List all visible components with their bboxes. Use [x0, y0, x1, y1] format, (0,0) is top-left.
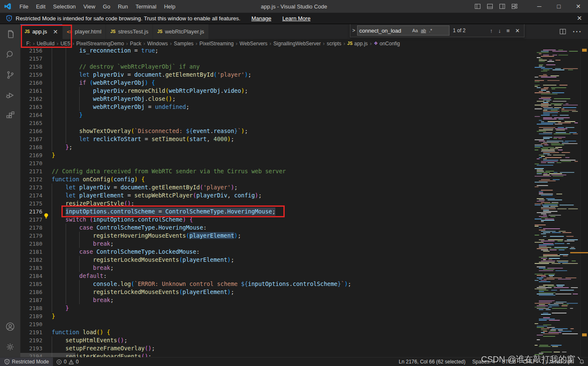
line-number[interactable]: 2190 [20, 321, 42, 327]
line-number[interactable]: 2166 [20, 128, 42, 134]
learn-more-link[interactable]: Learn More [282, 15, 310, 22]
menu-go[interactable]: Go [99, 0, 114, 13]
menu-terminal[interactable]: Terminal [132, 0, 160, 13]
code-line-2187[interactable]: 2187break; [20, 296, 533, 304]
line-number[interactable]: 2159 [20, 72, 42, 78]
breadcrumb-item-windows[interactable]: Windows [147, 41, 168, 47]
tab-player-html[interactable]: <>player.html [63, 24, 106, 39]
code-line-2167[interactable]: 2167let reclickToStart = setTimeout(star… [20, 135, 533, 143]
whole-word-icon[interactable]: ab [421, 28, 426, 33]
tab-stresstest-js[interactable]: JSstressTest.js [106, 24, 153, 39]
line-number[interactable]: 2184 [20, 273, 42, 279]
line-number[interactable]: 2185 [20, 281, 42, 287]
menu-view[interactable]: View [80, 0, 99, 13]
line-number[interactable]: 2160 [20, 80, 42, 86]
banner-close-icon[interactable]: ✕ [577, 14, 582, 22]
code-line-2184[interactable]: 2184default: [20, 272, 533, 280]
customize-layout-icon[interactable] [511, 3, 518, 9]
code-line-2190[interactable]: 2190 [20, 320, 533, 328]
breadcrumb-item-uebuild[interactable]: UeBuild [37, 41, 55, 47]
settings-gear-icon[interactable] [0, 337, 20, 357]
line-number[interactable]: 2191 [20, 329, 42, 336]
line-number[interactable]: 2181 [20, 249, 42, 255]
search-icon[interactable] [0, 44, 20, 65]
indentation-status[interactable]: Spaces: 4 [469, 358, 498, 366]
line-number[interactable]: 2171 [20, 168, 42, 175]
line-number[interactable]: 2182 [20, 257, 42, 263]
line-number[interactable]: 2173 [20, 184, 42, 191]
line-number[interactable]: 2192 [20, 337, 42, 344]
breadcrumb-item-webservers[interactable]: WebServers [240, 41, 268, 47]
account-icon[interactable] [0, 316, 20, 337]
run-debug-icon[interactable] [0, 85, 20, 105]
line-number[interactable]: 2169 [20, 152, 42, 158]
line-number[interactable]: 2162 [20, 96, 42, 102]
code-line-2173[interactable]: 2173let playerDiv = document.getElementB… [20, 183, 533, 191]
code-line-2164[interactable]: 2164} [20, 111, 533, 119]
line-number[interactable]: 2168 [20, 144, 42, 150]
code-line-2166[interactable]: 2166showTextOverlay(`Disconnected: ${eve… [20, 127, 533, 135]
code-line-2168[interactable]: 2168}; [20, 143, 533, 151]
breadcrumb-item-signallingwebserver[interactable]: SignallingWebServer [273, 41, 321, 47]
line-number[interactable]: 2172 [20, 176, 42, 183]
line-number[interactable]: 2167 [20, 136, 42, 142]
more-actions-icon[interactable]: ··· [573, 28, 582, 36]
find-previous-icon[interactable]: ↑ [490, 28, 493, 34]
code-line-2169[interactable]: 2169} [20, 151, 533, 159]
code-line-2191[interactable]: 2191function load() { [20, 328, 533, 336]
menu-edit[interactable]: Edit [32, 0, 49, 13]
eol-status[interactable]: CRLF [519, 358, 539, 366]
regex-icon[interactable]: .* [429, 28, 432, 33]
line-number[interactable]: 2186 [20, 289, 42, 295]
code-line-2185[interactable]: 2185console.log(`ERROR: Unknown control … [20, 280, 533, 288]
tab-webrtcplayer-js[interactable]: JSwebRtcPlayer.js [153, 24, 209, 39]
line-number[interactable]: 2180 [20, 241, 42, 247]
lightbulb-icon[interactable] [43, 213, 49, 219]
tab-app-js[interactable]: JSapp.js✕ [20, 24, 63, 39]
code-line-2170[interactable]: 2170 [20, 159, 533, 167]
source-control-icon[interactable] [0, 65, 20, 85]
code-editor[interactable]: 2156is_reconnection = true;21572158// de… [20, 48, 533, 357]
menu-selection[interactable]: Selection [49, 0, 79, 13]
code-line-2174[interactable]: 2174let playerElement = setupWebRtcPlaye… [20, 191, 533, 200]
line-number[interactable]: 2165 [20, 120, 42, 126]
line-number[interactable]: 2158 [20, 64, 42, 70]
code-line-2175[interactable]: 2175resizePlayerStyle(); [20, 200, 533, 208]
line-number[interactable]: 2156 [20, 48, 42, 54]
maximize-button[interactable]: □ [549, 0, 569, 13]
code-line-2171[interactable]: 2171// Config data received from WebRTC … [20, 167, 533, 175]
code-line-2158[interactable]: 2158// destroy `webRtcPlayerObj` if any [20, 63, 533, 71]
line-number[interactable]: 2175 [20, 200, 42, 207]
find-close-icon[interactable]: ✕ [515, 28, 520, 34]
toggle-replace-icon[interactable]: > [350, 28, 357, 33]
close-window-button[interactable]: ✕ [569, 0, 588, 13]
breadcrumb-item-app-js[interactable]: JSapp.js [347, 41, 368, 47]
breadcrumb-item-pack[interactable]: Pack [130, 41, 141, 47]
line-number[interactable]: 2176 [20, 208, 42, 215]
code-line-2165[interactable]: 2165 [20, 119, 533, 127]
breadcrumb-item-scripts[interactable]: scripts [327, 41, 341, 47]
code-line-2163[interactable]: 2163webRtcPlayerObj = undefined; [20, 103, 533, 111]
split-editor-icon[interactable] [560, 28, 566, 35]
restricted-mode-status[interactable]: Restricted Mode [0, 358, 53, 366]
code-line-2180[interactable]: 2180break; [20, 240, 533, 248]
find-next-icon[interactable]: ↓ [498, 28, 501, 34]
minimize-button[interactable]: ─ [530, 0, 549, 13]
code-line-2162[interactable]: 2162webRtcPlayerObj.close(); [20, 95, 533, 103]
code-line-2159[interactable]: 2159let playerDiv = document.getElementB… [20, 71, 533, 79]
code-line-2157[interactable]: 2157 [20, 55, 533, 63]
line-number[interactable]: 2178 [20, 225, 42, 231]
code-line-2161[interactable]: 2161playerDiv.removeChild(webRtcPlayerOb… [20, 87, 533, 95]
code-line-2177[interactable]: 2177switch (inputOptions.controlScheme) … [20, 216, 533, 224]
find-in-selection-icon[interactable]: ≡ [507, 28, 510, 34]
code-line-2172[interactable]: 2172function onConfig(config) { [20, 175, 533, 183]
tab-close-icon[interactable]: ✕ [53, 28, 58, 35]
code-line-2156[interactable]: 2156is_reconnection = true; [20, 48, 533, 55]
language-status[interactable]: { } JavaScript [540, 358, 576, 366]
breadcrumb-item-samples[interactable]: Samples [174, 41, 194, 47]
line-number[interactable]: 2193 [20, 345, 42, 352]
code-line-2189[interactable]: 2189} [20, 312, 533, 320]
toggle-secondary-sidebar-icon[interactable] [499, 3, 505, 9]
breadcrumb-item-pixelstreaming[interactable]: PixelStreaming [200, 41, 234, 47]
line-number[interactable]: 2161 [20, 88, 42, 94]
